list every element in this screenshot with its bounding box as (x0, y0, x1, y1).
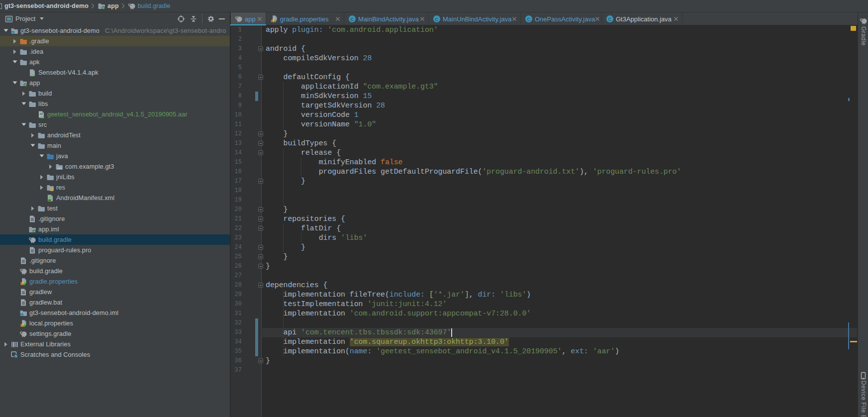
svg-text:C: C (608, 16, 612, 22)
svg-text:C: C (435, 16, 439, 22)
svg-text:C: C (351, 16, 354, 22)
svg-text:C: C (527, 16, 531, 22)
svg-text:MF: MF (48, 199, 51, 201)
